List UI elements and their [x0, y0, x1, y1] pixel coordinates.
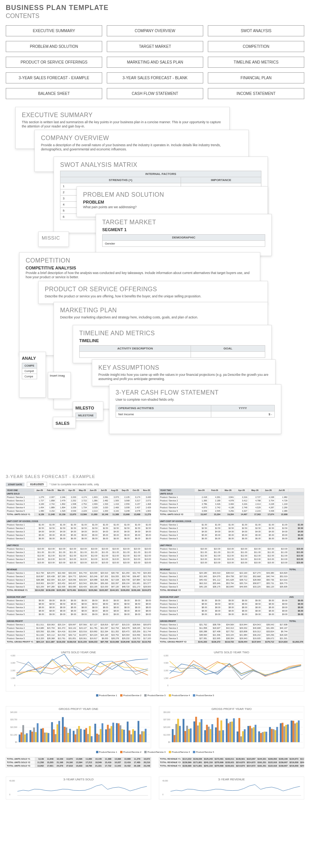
chart-3year-revenue: 3-YEAR REVENUE 40,0000 [159, 777, 304, 799]
svg-rect-123 [292, 721, 294, 742]
svg-rect-131 [251, 728, 253, 742]
card-key-assumptions: KEY ASSUMPTIONS Provide insight into how… [92, 359, 276, 386]
card-milestone-fragment: MILESTO MILESTONE [73, 401, 103, 421]
svg-rect-157 [276, 727, 278, 742]
svg-rect-81 [58, 721, 60, 742]
card-title: KEY ASSUMPTIONS [98, 364, 269, 371]
card-sales-fragment: SALES [53, 417, 76, 428]
svg-rect-110 [280, 723, 282, 742]
svg-rect-41 [137, 721, 139, 742]
svg-rect-141 [231, 721, 233, 742]
svg-rect-83 [80, 729, 82, 742]
card-title: EXECUTIVE SUMMARY [22, 112, 223, 119]
svg-rect-135 [294, 723, 296, 742]
contents-button[interactable]: COMPANY OVERVIEW [107, 25, 203, 36]
card-title: COMPANY OVERVIEW [41, 135, 242, 142]
contents-button[interactable]: PRODUCT OR SERVICE OFFERINGS [6, 57, 102, 68]
contents-button[interactable]: MARKETING AND SALES PLAN [107, 57, 203, 68]
contents-button[interactable]: 3-YEAR SALES FORECAST - BLANK [107, 72, 203, 83]
contents-button[interactable]: BALANCE SHEET [6, 88, 102, 99]
forecast-title: 3-YEAR SALES FORECAST - EXAMPLE [6, 474, 304, 479]
svg-text:1,000: 1,000 [11, 677, 16, 679]
svg-rect-114 [195, 717, 197, 742]
svg-text:4,000: 4,000 [11, 655, 16, 657]
svg-rect-134 [284, 726, 286, 742]
svg-rect-153 [233, 718, 235, 742]
svg-text:$25,000: $25,000 [163, 726, 170, 728]
contents-grid: EXECUTIVE SUMMARYCOMPANY OVERVIEWSWOT AN… [0, 21, 310, 107]
svg-rect-139 [210, 729, 212, 742]
svg-rect-40 [127, 721, 129, 742]
svg-rect-59 [76, 729, 78, 742]
svg-rect-62 [109, 729, 111, 742]
svg-rect-71 [78, 726, 80, 742]
chart-3year-units: 3-YEAR UNITS SOLD 40,0000 [6, 777, 151, 799]
svg-text:$50,000: $50,000 [163, 711, 170, 713]
svg-rect-154 [244, 729, 246, 742]
contents-button[interactable]: COMPETITION [208, 41, 304, 52]
svg-rect-42 [21, 733, 23, 742]
svg-rect-84 [91, 736, 93, 742]
card-desc: This section is written last and summari… [22, 120, 223, 129]
card-title: PROBLEM AND SOLUTION [83, 191, 261, 198]
svg-rect-58 [65, 728, 67, 742]
contents-button[interactable]: SWOT ANALYSIS [208, 25, 304, 36]
svg-rect-89 [145, 729, 147, 742]
chart-units-year-one: UNITS SOLD YEAR ONE 4,0003,0002,0001,000… [6, 649, 151, 692]
svg-text:1,500: 1,500 [164, 677, 169, 679]
card-cashflow: 3-YEAR CASH FLOW STATEMENT User to compl… [109, 384, 281, 434]
svg-rect-108 [258, 731, 260, 742]
svg-rect-86 [113, 723, 114, 742]
svg-rect-126 [197, 726, 199, 742]
svg-text:$0: $0 [168, 741, 171, 743]
svg-rect-128 [219, 731, 220, 742]
card-title: SWOT ANALYSIS MATRIX [60, 162, 261, 168]
svg-rect-39 [116, 723, 118, 742]
svg-text:2,000: 2,000 [11, 670, 16, 672]
svg-rect-82 [69, 729, 71, 742]
card-title: 3-YEAR CASH FLOW STATEMENT [116, 389, 275, 396]
svg-rect-125 [186, 726, 188, 742]
svg-rect-146 [285, 725, 287, 742]
contents-button[interactable]: EXECUTIVE SUMMARY [6, 25, 102, 36]
svg-rect-34 [62, 717, 64, 742]
svg-rect-38 [105, 729, 107, 742]
svg-text:6,000: 6,000 [164, 655, 169, 657]
contents-button[interactable]: 3-YEAR SALES FORECAST - EXAMPLE [6, 72, 102, 83]
svg-rect-149 [190, 728, 192, 742]
svg-rect-60 [87, 734, 89, 742]
svg-rect-138 [199, 722, 201, 742]
svg-rect-35 [73, 731, 75, 742]
contents-button[interactable]: CASH FLOW STATEMENT [107, 88, 203, 99]
svg-rect-130 [240, 736, 242, 742]
chart-gross-profit-year-two: GROSS PROFIT YEAR TWO $50,000$37,500$25,… [159, 706, 304, 748]
svg-rect-142 [242, 731, 244, 742]
svg-rect-100 [172, 729, 174, 742]
svg-text:3,000: 3,000 [164, 670, 169, 672]
svg-rect-51 [118, 723, 120, 742]
contents-button[interactable]: FINANCIAL PLAN [208, 72, 304, 83]
svg-rect-70 [67, 733, 69, 742]
svg-rect-103 [204, 730, 206, 742]
contents-button[interactable]: PROBLEM AND SOLUTION [6, 41, 102, 52]
contents-button[interactable]: TARGET MARKET [107, 41, 203, 52]
forecast-year-two: YEAR TWOJan-26Feb-26Mar-26Apr-26May-26Ju… [159, 488, 304, 644]
contents-button[interactable]: INCOME STATEMENT [208, 88, 304, 99]
svg-rect-122 [282, 723, 284, 742]
svg-text:$0: $0 [15, 741, 18, 743]
svg-rect-158 [287, 724, 289, 742]
svg-rect-36 [83, 729, 85, 742]
contents-button[interactable]: TIMELINE AND METRICS [208, 57, 304, 68]
svg-rect-119 [249, 726, 251, 742]
card-timeline: TIMELINE AND METRICS TIMELINE ACTIVITY D… [73, 325, 272, 363]
svg-rect-124 [175, 724, 177, 742]
card-title: MARKETING PLAN [60, 307, 261, 314]
svg-rect-133 [272, 729, 274, 742]
chart-gross-profit-year-one: GROSS PROFIT YEAR ONE $45,000$33,750$22,… [6, 706, 151, 748]
svg-text:$22,500: $22,500 [10, 726, 17, 728]
svg-rect-111 [290, 721, 292, 742]
svg-rect-88 [134, 731, 136, 742]
svg-text:0: 0 [162, 794, 163, 796]
forecast-year-one: YEAR ONEJan-25Feb-25Mar-25Apr-25May-25Ju… [6, 488, 151, 644]
svg-rect-65 [141, 731, 143, 742]
